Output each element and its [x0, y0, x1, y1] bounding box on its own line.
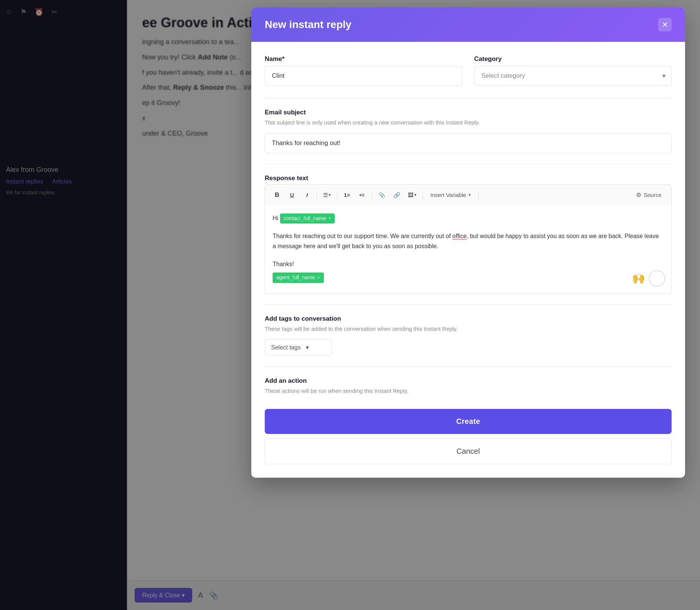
toolbar-sep-2	[337, 191, 337, 200]
divider-1	[265, 98, 672, 98]
cancel-button[interactable]: Cancel	[265, 438, 672, 464]
source-label: Source	[644, 192, 661, 198]
align-chevron: ▾	[329, 192, 331, 197]
attach-icon: 📎	[378, 192, 386, 198]
tags-section: Add tags to conversation These tags will…	[265, 315, 672, 356]
editor-line-3: Thanks!	[273, 259, 664, 269]
close-button[interactable]: ✕	[658, 18, 672, 31]
contact-tag-label: contact_full_name	[284, 214, 326, 223]
category-label: Category	[474, 55, 672, 63]
name-category-row: Name* Category Select category ▾	[265, 55, 672, 86]
link-icon: 🔗	[393, 192, 400, 198]
underline-button[interactable]: U	[285, 188, 299, 202]
tags-title: Add tags to conversation	[265, 315, 672, 323]
action-title: Add an action	[265, 377, 672, 385]
action-desc: These actions will be run when sending t…	[265, 387, 672, 395]
cancel-label: Cancel	[457, 447, 480, 455]
tags-desc: These tags will be added to the conversa…	[265, 325, 672, 333]
thanks-text: Thanks!	[273, 261, 294, 267]
bold-icon: B	[275, 191, 279, 199]
divider-2	[265, 164, 672, 164]
response-text-title: Response text	[265, 175, 672, 182]
action-section: Add an action These actions will be run …	[265, 377, 672, 395]
tags-chevron-icon: ▾	[306, 344, 309, 351]
editor-content[interactable]: Hi contact_full_name × Thanks for reachi…	[265, 206, 672, 294]
toolbar-sep-1	[317, 191, 317, 200]
create-button[interactable]: Create	[265, 409, 672, 434]
align-dropdown[interactable]: ☰ ▾	[320, 190, 334, 201]
insert-variable-button[interactable]: Insert Variable ▾	[426, 190, 475, 200]
modal-title: New instant reply	[265, 19, 351, 31]
agent-tag-remove[interactable]: ×	[317, 274, 320, 281]
name-group: Name*	[265, 55, 462, 86]
category-group: Category Select category ▾	[474, 55, 672, 86]
attach-button[interactable]: 📎	[375, 188, 389, 202]
ordered-list-icon: 1≡	[344, 192, 350, 198]
office-text: office	[452, 233, 467, 239]
contact-tag-remove[interactable]: ×	[328, 215, 331, 222]
source-button[interactable]: ⚙ Source	[632, 189, 666, 201]
emoji-icon[interactable]: 🙌	[632, 269, 645, 287]
new-instant-reply-modal: New instant reply ✕ Name* Category Selec…	[251, 7, 685, 478]
divider-3	[265, 304, 672, 305]
ordered-list-button[interactable]: 1≡	[340, 188, 354, 202]
create-label: Create	[456, 417, 480, 425]
bold-button[interactable]: B	[270, 188, 284, 202]
divider-4	[265, 366, 672, 367]
link-button[interactable]: 🔗	[390, 188, 403, 202]
name-label: Name*	[265, 55, 462, 63]
modal-header: New instant reply ✕	[251, 7, 685, 42]
email-subject-desc: This subject line is only used when crea…	[265, 118, 672, 127]
name-input[interactable]	[265, 66, 462, 86]
image-icon: 🖼	[408, 192, 414, 198]
modal-body: Name* Category Select category ▾ Email s	[251, 42, 685, 478]
toolbar-sep-3	[372, 191, 372, 200]
tags-placeholder: Select tags	[271, 344, 301, 351]
agent-full-name-tag[interactable]: agent_full_name ×	[273, 272, 324, 283]
editor-toolbar: B U I ☰ ▾ 1≡	[265, 184, 672, 206]
toolbar-sep-5	[478, 191, 479, 200]
image-dropdown[interactable]: 🖼 ▾	[405, 190, 420, 200]
editor-spacer-2	[273, 255, 664, 259]
category-select-wrapper: Select category ▾	[474, 66, 672, 86]
response-text-section: Response text B U I ☰ ▾	[265, 175, 672, 294]
body-text-1: Thanks for reaching out to our support t…	[273, 233, 452, 239]
tags-select[interactable]: Select tags ▾	[265, 339, 332, 356]
hi-text: Hi	[273, 215, 280, 221]
email-subject-title: Email subject	[265, 109, 672, 116]
close-icon: ✕	[662, 20, 668, 29]
contact-full-name-tag[interactable]: contact_full_name ×	[280, 213, 335, 224]
editor-line-2: Thanks for reaching out to our support t…	[273, 231, 664, 251]
email-subject-input[interactable]	[265, 133, 672, 153]
unordered-list-button[interactable]: •≡	[355, 188, 369, 202]
source-icon: ⚙	[636, 191, 641, 198]
email-subject-section: Email subject This subject line is only …	[265, 109, 672, 153]
italic-icon: I	[306, 192, 308, 198]
toggle-button[interactable]	[649, 270, 665, 287]
agent-tag-label: agent_full_name	[276, 273, 315, 282]
unordered-list-icon: •≡	[359, 192, 365, 198]
underline-icon: U	[290, 192, 294, 198]
category-select[interactable]: Select category	[474, 66, 672, 86]
editor-emoji-area: 🙌	[632, 269, 665, 287]
toolbar-sep-4	[423, 191, 423, 200]
editor-line-1: Hi contact_full_name ×	[273, 213, 664, 224]
image-chevron: ▾	[414, 192, 417, 197]
modal-overlay: New instant reply ✕ Name* Category Selec…	[0, 0, 700, 610]
editor-line-4: agent_full_name ×	[273, 272, 664, 283]
italic-button[interactable]: I	[300, 188, 314, 202]
insert-variable-chevron: ▾	[469, 192, 471, 197]
align-icon: ☰	[323, 192, 328, 198]
insert-variable-label: Insert Variable	[430, 192, 466, 198]
editor-spacer-1	[273, 227, 664, 231]
